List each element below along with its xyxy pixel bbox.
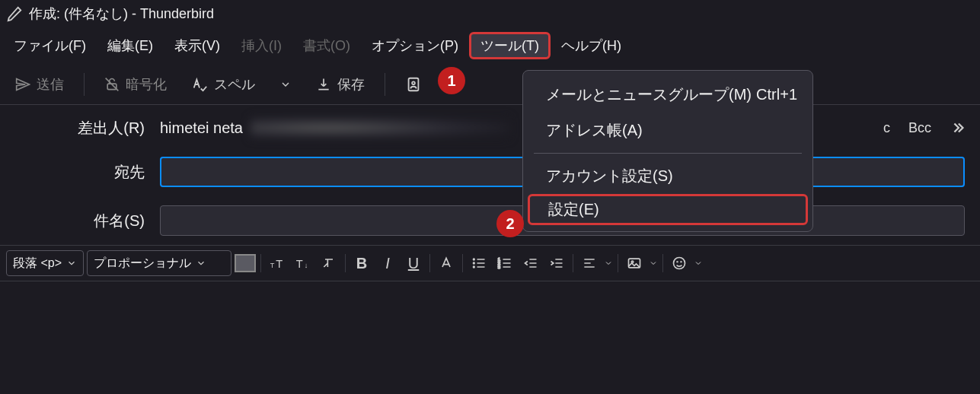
subject-label: 件名(S)	[30, 211, 160, 231]
svg-point-8	[474, 262, 475, 264]
chevron-right-double-icon[interactable]	[950, 119, 966, 136]
svg-point-16	[677, 262, 678, 262]
svg-point-9	[474, 266, 475, 268]
format-toolbar: 段落 <p> プロポーショナル TT T↓ B I U 123	[0, 245, 980, 281]
outdent-button[interactable]	[519, 252, 542, 275]
from-blurred-email	[251, 117, 509, 138]
to-row: 宛先	[0, 157, 980, 187]
underline-button[interactable]: U	[402, 252, 425, 275]
cc-button[interactable]: c	[883, 120, 890, 136]
indent-button[interactable]	[545, 252, 568, 275]
format-divider	[462, 254, 463, 272]
menu-mail-news[interactable]: メールとニュースグループ(M) Ctrl+1	[523, 77, 812, 113]
svg-point-17	[681, 262, 682, 262]
subject-row: 件名(S)	[0, 205, 980, 236]
contacts-button[interactable]	[396, 73, 431, 96]
download-icon	[316, 77, 331, 92]
format-divider	[260, 254, 261, 272]
chevron-down-icon	[66, 258, 77, 268]
toolbar-divider	[84, 73, 85, 96]
lock-slash-icon	[104, 77, 120, 92]
spellcheck-icon	[191, 76, 208, 93]
emoji-button[interactable]	[668, 252, 691, 275]
contacts-icon	[405, 76, 422, 93]
to-label: 宛先	[30, 162, 160, 183]
menu-account-settings[interactable]: アカウント設定(S)	[523, 158, 812, 194]
svg-text:T: T	[296, 258, 303, 270]
cc-bcc-controls: c Bcc	[883, 119, 980, 136]
window-titlebar: 作成: (件名なし) - Thunderbird	[0, 0, 980, 27]
save-button[interactable]: 保存	[307, 72, 374, 97]
color-swatch[interactable]	[235, 254, 256, 272]
svg-point-7	[474, 259, 475, 260]
menu-file[interactable]: ファイル(F)	[3, 32, 97, 59]
bcc-button[interactable]: Bcc	[908, 120, 931, 136]
from-label: 差出人(R)	[30, 118, 160, 138]
chevron-down-icon[interactable]	[649, 259, 658, 268]
from-row: 差出人(R) himetei neta c Bcc	[0, 117, 980, 138]
send-icon	[15, 77, 30, 92]
font-size-decrease-button[interactable]: TT	[266, 252, 289, 275]
menu-settings[interactable]: 設定(E)	[528, 194, 808, 225]
italic-button[interactable]: I	[376, 252, 399, 275]
font-color-button[interactable]	[435, 252, 458, 275]
from-value[interactable]: himetei neta	[160, 117, 509, 138]
toolbar-divider	[385, 73, 385, 96]
svg-text:T: T	[276, 258, 283, 270]
menu-options[interactable]: オプション(P)	[361, 32, 469, 59]
menu-insert[interactable]: 挿入(I)	[231, 32, 292, 59]
format-divider	[662, 254, 663, 272]
font-dropdown[interactable]: プロポーショナル	[87, 250, 231, 276]
paragraph-dropdown[interactable]: 段落 <p>	[6, 250, 84, 276]
menu-separator	[534, 153, 802, 154]
insert-image-button[interactable]	[623, 252, 646, 275]
headers-area: 差出人(R) himetei neta c Bcc 宛先 件名(S)	[0, 105, 980, 236]
encrypt-button[interactable]: 暗号化	[95, 72, 176, 97]
tools-menu: メールとニュースグループ(M) Ctrl+1 アドレス帳(A) アカウント設定(…	[522, 70, 813, 232]
font-size-increase-button[interactable]: T↓	[292, 252, 314, 275]
annotation-2: 2	[496, 210, 524, 237]
spell-dropdown[interactable]	[270, 75, 301, 94]
svg-text:3: 3	[498, 265, 500, 269]
bullet-list-button[interactable]	[468, 252, 490, 275]
number-list-button[interactable]: 123	[493, 252, 516, 275]
chevron-down-icon[interactable]	[604, 259, 613, 268]
menu-help[interactable]: ヘルプ(H)	[551, 32, 632, 59]
window-title: 作成: (件名なし) - Thunderbird	[29, 5, 214, 23]
menu-format[interactable]: 書式(O)	[292, 32, 361, 59]
svg-text:↓: ↓	[305, 262, 308, 269]
compose-icon	[6, 5, 23, 22]
bold-button[interactable]: B	[350, 252, 373, 275]
menu-view[interactable]: 表示(V)	[164, 32, 231, 59]
svg-point-15	[674, 258, 685, 269]
compose-body[interactable]	[0, 281, 980, 335]
menubar: ファイル(F) 編集(E) 表示(V) 挿入(I) 書式(O) オプション(P)…	[0, 27, 980, 64]
menu-tools[interactable]: ツール(T)	[469, 32, 551, 59]
format-divider	[429, 254, 430, 272]
align-button[interactable]	[578, 252, 601, 275]
spell-button[interactable]: スペル	[182, 72, 264, 97]
annotation-1: 1	[438, 67, 465, 94]
clear-format-button[interactable]	[318, 252, 340, 275]
chevron-down-icon	[196, 258, 206, 268]
toolbar: 送信 暗号化 スペル 保存	[0, 64, 980, 105]
menu-edit[interactable]: 編集(E)	[97, 32, 164, 59]
send-button[interactable]: 送信	[6, 72, 73, 97]
menu-address-book[interactable]: アドレス帳(A)	[523, 113, 812, 148]
format-divider	[573, 254, 573, 272]
chevron-down-icon	[279, 78, 292, 91]
format-divider	[618, 254, 618, 272]
svg-point-2	[412, 81, 415, 84]
svg-text:T: T	[270, 262, 275, 269]
format-divider	[345, 254, 346, 272]
chevron-down-icon[interactable]	[694, 259, 703, 268]
